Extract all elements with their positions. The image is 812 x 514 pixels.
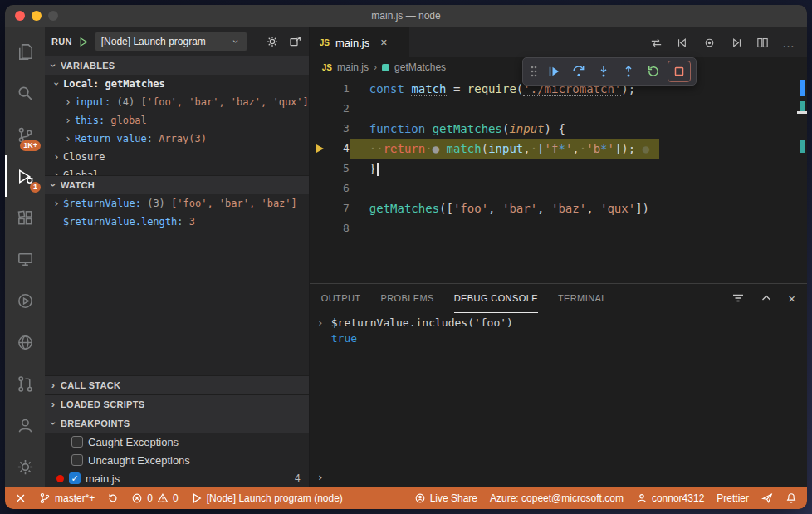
restart-button[interactable]	[643, 61, 664, 81]
code-line[interactable]: 3function getMatches(input) {	[310, 119, 807, 139]
sidebar-item-run-and-debug[interactable]: 1	[5, 155, 45, 197]
twisty-open-icon[interactable]: ›	[51, 79, 61, 89]
close-window-icon[interactable]	[15, 11, 25, 21]
twisty-closed-icon[interactable]: ›	[63, 97, 73, 107]
sidebar-item-browser[interactable]	[5, 321, 45, 363]
overview-ruler[interactable]	[797, 77, 807, 283]
code-text: ··return·● match(input,·['f*',·'b*']); ●	[350, 139, 659, 159]
continue-button[interactable]	[543, 61, 565, 81]
breakpoint-row[interactable]: ✓main.js4	[45, 469, 309, 487]
sidebar-item-accounts[interactable]	[5, 404, 45, 446]
code-editor[interactable]: 1const match = require('./micromatch');2…	[310, 77, 807, 283]
continue-forward-icon[interactable]	[729, 36, 743, 50]
panel-tab-terminal[interactable]: TERMINAL	[558, 284, 607, 313]
notifications-button[interactable]	[785, 492, 797, 504]
breakpoint-row[interactable]: Uncaught Exceptions	[45, 451, 309, 469]
sidebar-item-settings[interactable]	[5, 446, 45, 487]
sidebar-item-search[interactable]	[5, 72, 45, 114]
glyph-margin[interactable]	[310, 144, 331, 153]
remote-indicator[interactable]	[15, 492, 27, 504]
variable-row[interactable]: ›Closure	[45, 148, 309, 166]
breakpoint-checkbox[interactable]	[71, 436, 83, 448]
loaded-scripts-section-header[interactable]: › LOADED SCRIPTS	[45, 394, 309, 414]
twisty-closed-icon[interactable]: ›	[63, 115, 73, 125]
debug-badge: 1	[30, 182, 41, 193]
launch-config-select[interactable]: [Node] Launch program ›	[95, 32, 247, 51]
code-line[interactable]: 5}	[310, 159, 807, 179]
call-stack-section-header[interactable]: › CALL STACK	[45, 375, 309, 394]
scrollbar-thumb[interactable]	[797, 111, 807, 114]
reverse-continue-icon[interactable]	[676, 36, 690, 50]
twisty-closed-icon: ›	[48, 399, 58, 409]
feedback-button[interactable]	[761, 492, 773, 504]
code-line[interactable]: 7getMatches(['foo', 'bar', 'baz', 'qux']…	[310, 198, 807, 218]
step-into-button[interactable]	[593, 61, 614, 81]
breakpoints-section-header[interactable]: › BREAKPOINTS	[45, 414, 309, 433]
variable-row[interactable]: ›Global	[45, 166, 309, 175]
sidebar-item-explorer[interactable]	[5, 31, 45, 72]
git-branch-indicator[interactable]: master*+	[39, 492, 95, 504]
sidebar-item-source-control[interactable]: 1K+	[5, 114, 45, 155]
sidebar-item-extensions[interactable]	[5, 197, 45, 238]
sidebar-item-remote-explorer[interactable]	[5, 238, 45, 280]
record-icon[interactable]	[702, 36, 717, 50]
watch-section-header[interactable]: › WATCH	[45, 175, 309, 194]
open-debug-console-icon[interactable]	[289, 35, 302, 48]
code-line[interactable]: 2	[310, 99, 807, 119]
variable-row[interactable]: ›Return value: Array(3)	[45, 130, 309, 148]
breakpoint-row[interactable]: Caught Exceptions	[45, 433, 309, 451]
twisty-closed-icon[interactable]: ›	[63, 134, 73, 144]
chevron-up-icon[interactable]	[760, 291, 773, 305]
breakpoint-dot-icon	[56, 475, 64, 482]
close-panel-icon[interactable]: ×	[788, 291, 795, 306]
debug-console[interactable]: ›$returnValue.includes('foo')true ›	[310, 312, 807, 487]
drag-handle-icon[interactable]	[528, 65, 540, 78]
twisty-closed-icon[interactable]: ›	[51, 152, 61, 162]
variable-row[interactable]: ›input: (4) ['foo', 'bar', 'baz', 'qux']	[45, 93, 309, 111]
variable-row[interactable]: ›this: global	[45, 111, 309, 130]
console-input-row[interactable]: ›	[310, 468, 807, 485]
variables-section-header[interactable]: › VARIABLES	[45, 56, 309, 75]
variable-row[interactable]: ›Local: getMatches	[45, 75, 309, 93]
step-out-button[interactable]	[618, 61, 639, 81]
zoom-window-icon[interactable]	[48, 11, 58, 21]
azure-account[interactable]: Azure: copeet@microsoft.com	[490, 492, 624, 504]
title-bar[interactable]: main.js — node	[5, 5, 807, 27]
code-line[interactable]: 4··return·● match(input,·['f*',·'b*']); …	[310, 139, 807, 159]
more-actions-icon[interactable]: …	[782, 36, 795, 50]
panel-tab-output[interactable]: OUTPUT	[321, 284, 361, 313]
restart-icon	[646, 64, 661, 79]
sidebar-item-github-pull-requests[interactable]	[5, 363, 45, 404]
twisty-closed-icon[interactable]: ›	[51, 198, 61, 208]
open-changes-icon[interactable]	[649, 36, 663, 50]
problems-indicator[interactable]: 0 0	[131, 492, 178, 504]
code-line[interactable]: 8	[310, 218, 807, 238]
sidebar-item-live-preview[interactable]	[5, 280, 45, 321]
minimize-window-icon[interactable]	[32, 11, 42, 21]
breadcrumb-symbol[interactable]: getMatches	[394, 61, 446, 73]
step-over-button[interactable]	[568, 61, 589, 81]
breakpoint-checkbox[interactable]	[71, 454, 83, 466]
live-share-button[interactable]: Live Share	[414, 492, 477, 504]
start-debugging-icon[interactable]	[78, 37, 89, 47]
close-tab-icon[interactable]: ×	[380, 36, 387, 49]
tab-main-js[interactable]: JS main.js ×	[310, 27, 409, 57]
watch-row[interactable]: $returnValue.length: 3	[45, 213, 309, 231]
stop-button[interactable]	[668, 61, 691, 82]
filter-icon[interactable]	[731, 291, 745, 305]
panel-tab-debug-console[interactable]: DEBUG CONSOLE	[454, 284, 538, 313]
breakpoint-checkbox[interactable]: ✓	[69, 472, 81, 484]
code-line[interactable]: 6	[310, 179, 807, 198]
split-editor-icon[interactable]	[756, 36, 770, 50]
panel-tab-problems[interactable]: PROBLEMS	[380, 284, 433, 313]
breadcrumb-file[interactable]: main.js	[337, 61, 369, 73]
debug-config-indicator[interactable]: [Node] Launch program (node)	[191, 492, 343, 504]
run-label: RUN	[51, 37, 72, 47]
git-pull-request-icon	[16, 374, 35, 394]
watch-row[interactable]: ›$returnValue: (3) ['foo', 'bar', 'baz']	[45, 194, 309, 213]
debug-settings-gear-icon[interactable]	[266, 35, 279, 48]
formatter-indicator[interactable]: Prettier	[717, 492, 749, 504]
sync-button[interactable]	[107, 492, 119, 504]
github-account[interactable]: connor4312	[636, 492, 704, 504]
window-title: main.js — node	[371, 10, 440, 22]
